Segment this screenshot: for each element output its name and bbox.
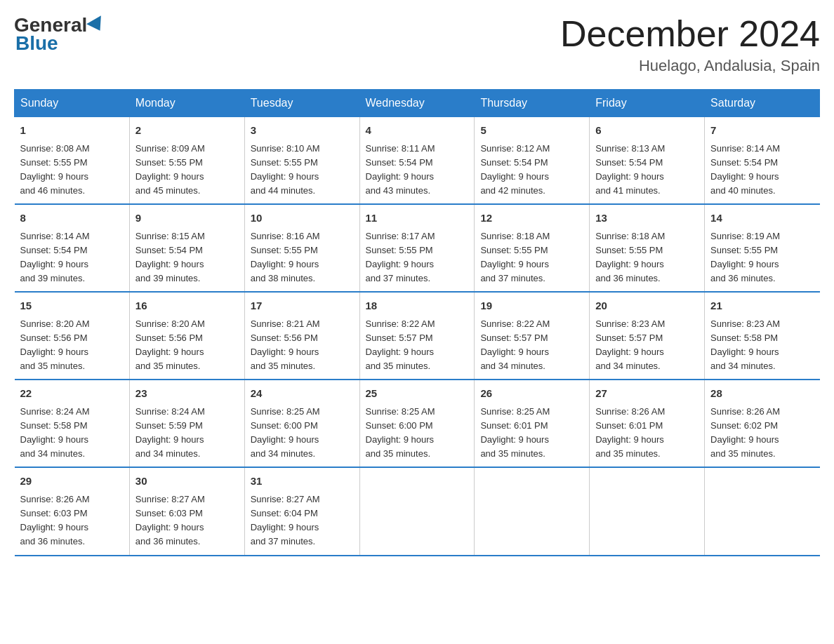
day-number: 24: [251, 386, 354, 402]
calendar-week-row: 29 Sunrise: 8:26 AM Sunset: 6:03 PM Dayl…: [15, 467, 820, 555]
day-info: Sunrise: 8:16 AM Sunset: 5:55 PM Dayligh…: [251, 229, 354, 286]
day-info: Sunrise: 8:15 AM Sunset: 5:54 PM Dayligh…: [135, 229, 239, 286]
day-info: Sunrise: 8:26 AM Sunset: 6:01 PM Dayligh…: [595, 405, 699, 462]
day-info: Sunrise: 8:23 AM Sunset: 5:57 PM Dayligh…: [595, 317, 699, 374]
day-number: 23: [135, 386, 239, 402]
calendar-cell: 25 Sunrise: 8:25 AM Sunset: 6:00 PM Dayl…: [359, 380, 475, 467]
header-thursday: Thursday: [475, 90, 590, 117]
day-info: Sunrise: 8:20 AM Sunset: 5:56 PM Dayligh…: [20, 317, 124, 374]
page-header: General Blue December 2024 Huelago, Anda…: [14, 14, 820, 75]
day-info: Sunrise: 8:17 AM Sunset: 5:55 PM Dayligh…: [366, 229, 469, 286]
day-info: Sunrise: 8:25 AM Sunset: 6:01 PM Dayligh…: [480, 405, 583, 462]
calendar-cell: 22 Sunrise: 8:24 AM Sunset: 5:58 PM Dayl…: [15, 380, 130, 467]
calendar-cell: 28 Sunrise: 8:26 AM Sunset: 6:02 PM Dayl…: [705, 380, 820, 467]
calendar-cell: 24 Sunrise: 8:25 AM Sunset: 6:00 PM Dayl…: [244, 380, 359, 467]
day-info: Sunrise: 8:20 AM Sunset: 5:56 PM Dayligh…: [135, 317, 239, 374]
title-block: December 2024 Huelago, Andalusia, Spain: [560, 14, 820, 75]
calendar-cell: 4 Sunrise: 8:11 AM Sunset: 5:54 PM Dayli…: [359, 117, 475, 205]
day-number: 18: [366, 298, 469, 314]
calendar-cell: 11 Sunrise: 8:17 AM Sunset: 5:55 PM Dayl…: [359, 204, 475, 292]
day-info: Sunrise: 8:25 AM Sunset: 6:00 PM Dayligh…: [366, 405, 469, 462]
calendar-week-row: 15 Sunrise: 8:20 AM Sunset: 5:56 PM Dayl…: [15, 292, 820, 380]
calendar-cell: 19 Sunrise: 8:22 AM Sunset: 5:57 PM Dayl…: [475, 292, 590, 380]
day-number: 12: [480, 210, 583, 227]
day-number: 13: [595, 210, 699, 227]
day-info: Sunrise: 8:09 AM Sunset: 5:55 PM Dayligh…: [135, 142, 239, 199]
calendar-cell: 6 Sunrise: 8:13 AM Sunset: 5:54 PM Dayli…: [590, 117, 705, 205]
day-number: 2: [135, 123, 239, 139]
day-info: Sunrise: 8:14 AM Sunset: 5:54 PM Dayligh…: [710, 142, 814, 199]
calendar-cell: 8 Sunrise: 8:14 AM Sunset: 5:54 PM Dayli…: [15, 204, 130, 292]
header-sunday: Sunday: [15, 90, 130, 117]
day-info: Sunrise: 8:27 AM Sunset: 6:03 PM Dayligh…: [135, 492, 239, 549]
day-number: 28: [710, 386, 814, 402]
calendar-week-row: 1 Sunrise: 8:08 AM Sunset: 5:55 PM Dayli…: [15, 117, 820, 205]
calendar-cell: 1 Sunrise: 8:08 AM Sunset: 5:55 PM Dayli…: [15, 117, 130, 205]
day-info: Sunrise: 8:14 AM Sunset: 5:54 PM Dayligh…: [20, 229, 124, 286]
calendar-cell: 9 Sunrise: 8:15 AM Sunset: 5:54 PM Dayli…: [129, 204, 244, 292]
day-info: Sunrise: 8:18 AM Sunset: 5:55 PM Dayligh…: [595, 229, 699, 286]
calendar-cell: 7 Sunrise: 8:14 AM Sunset: 5:54 PM Dayli…: [705, 117, 820, 205]
header-friday: Friday: [590, 90, 705, 117]
header-wednesday: Wednesday: [359, 90, 475, 117]
day-info: Sunrise: 8:25 AM Sunset: 6:00 PM Dayligh…: [251, 405, 354, 462]
calendar-cell: 14 Sunrise: 8:19 AM Sunset: 5:55 PM Dayl…: [705, 204, 820, 292]
day-number: 31: [251, 474, 354, 490]
day-number: 29: [20, 474, 124, 490]
day-number: 9: [135, 210, 239, 227]
calendar-cell: 5 Sunrise: 8:12 AM Sunset: 5:54 PM Dayli…: [475, 117, 590, 205]
day-number: 27: [595, 386, 699, 402]
day-info: Sunrise: 8:22 AM Sunset: 5:57 PM Dayligh…: [480, 317, 583, 374]
header-tuesday: Tuesday: [244, 90, 359, 117]
day-number: 25: [366, 386, 469, 402]
calendar-cell: 16 Sunrise: 8:20 AM Sunset: 5:56 PM Dayl…: [129, 292, 244, 380]
calendar-cell: 27 Sunrise: 8:26 AM Sunset: 6:01 PM Dayl…: [590, 380, 705, 467]
calendar-cell: 2 Sunrise: 8:09 AM Sunset: 5:55 PM Dayli…: [129, 117, 244, 205]
day-number: 11: [366, 210, 469, 227]
calendar-cell: [705, 467, 820, 555]
day-info: Sunrise: 8:26 AM Sunset: 6:02 PM Dayligh…: [710, 405, 814, 462]
calendar-cell: 26 Sunrise: 8:25 AM Sunset: 6:01 PM Dayl…: [475, 380, 590, 467]
calendar-cell: 21 Sunrise: 8:23 AM Sunset: 5:58 PM Dayl…: [705, 292, 820, 380]
day-number: 17: [251, 298, 354, 314]
calendar-cell: 15 Sunrise: 8:20 AM Sunset: 5:56 PM Dayl…: [15, 292, 130, 380]
day-number: 20: [595, 298, 699, 314]
day-number: 10: [251, 210, 354, 227]
calendar-cell: 10 Sunrise: 8:16 AM Sunset: 5:55 PM Dayl…: [244, 204, 359, 292]
month-title: December 2024: [560, 14, 820, 54]
day-number: 3: [251, 123, 354, 139]
day-number: 8: [20, 210, 124, 227]
day-number: 22: [20, 386, 124, 402]
calendar-cell: 13 Sunrise: 8:18 AM Sunset: 5:55 PM Dayl…: [590, 204, 705, 292]
calendar-cell: 31 Sunrise: 8:27 AM Sunset: 6:04 PM Dayl…: [244, 467, 359, 555]
day-info: Sunrise: 8:24 AM Sunset: 5:58 PM Dayligh…: [20, 405, 124, 462]
calendar-cell: 29 Sunrise: 8:26 AM Sunset: 6:03 PM Dayl…: [15, 467, 130, 555]
day-number: 30: [135, 474, 239, 490]
day-number: 4: [366, 123, 469, 139]
day-info: Sunrise: 8:21 AM Sunset: 5:56 PM Dayligh…: [251, 317, 354, 374]
day-number: 16: [135, 298, 239, 314]
day-info: Sunrise: 8:12 AM Sunset: 5:54 PM Dayligh…: [480, 142, 583, 199]
header-saturday: Saturday: [705, 90, 820, 117]
logo-blue-text: Blue: [15, 32, 58, 55]
day-number: 14: [710, 210, 814, 227]
day-info: Sunrise: 8:26 AM Sunset: 6:03 PM Dayligh…: [20, 492, 124, 549]
calendar-cell: 18 Sunrise: 8:22 AM Sunset: 5:57 PM Dayl…: [359, 292, 475, 380]
day-info: Sunrise: 8:24 AM Sunset: 5:59 PM Dayligh…: [135, 405, 239, 462]
day-info: Sunrise: 8:23 AM Sunset: 5:58 PM Dayligh…: [710, 317, 814, 374]
day-info: Sunrise: 8:19 AM Sunset: 5:55 PM Dayligh…: [710, 229, 814, 286]
calendar-week-row: 22 Sunrise: 8:24 AM Sunset: 5:58 PM Dayl…: [15, 380, 820, 467]
calendar-cell: [359, 467, 475, 555]
calendar-cell: 17 Sunrise: 8:21 AM Sunset: 5:56 PM Dayl…: [244, 292, 359, 380]
logo: General Blue: [14, 14, 107, 55]
day-number: 21: [710, 298, 814, 314]
day-info: Sunrise: 8:22 AM Sunset: 5:57 PM Dayligh…: [366, 317, 469, 374]
header-monday: Monday: [129, 90, 244, 117]
calendar-cell: [475, 467, 590, 555]
day-info: Sunrise: 8:11 AM Sunset: 5:54 PM Dayligh…: [366, 142, 469, 199]
day-number: 19: [480, 298, 583, 314]
calendar-table: SundayMondayTuesdayWednesdayThursdayFrid…: [14, 89, 820, 556]
calendar-cell: 3 Sunrise: 8:10 AM Sunset: 5:55 PM Dayli…: [244, 117, 359, 205]
day-number: 6: [595, 123, 699, 139]
day-number: 5: [480, 123, 583, 139]
